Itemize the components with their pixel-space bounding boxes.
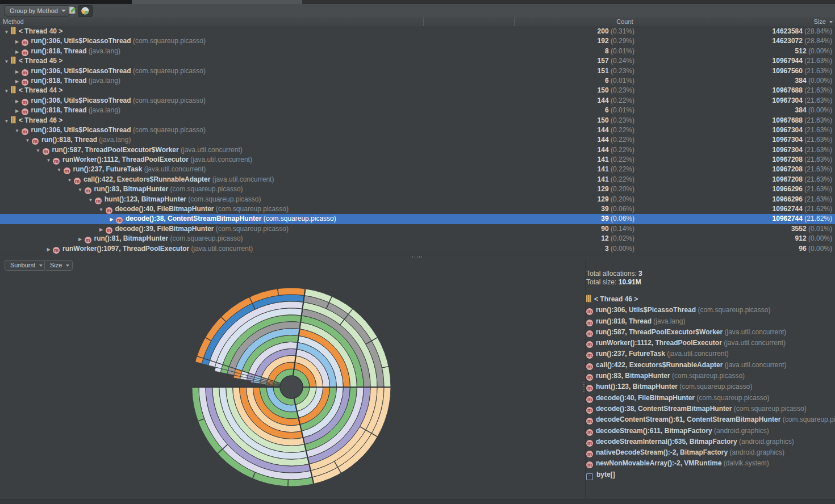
stack-frame[interactable]: mrunWorker():1112, ThreadPoolExecutor (j… — [586, 338, 835, 348]
table-row[interactable]: ▶mdecode():39, FileBitmapHunter (com.squ… — [0, 224, 835, 234]
table-row[interactable]: ▶mrunWorker():1097, ThreadPoolExecutor (… — [0, 244, 835, 254]
table-row[interactable]: ▼< Thread 40 >200 (0.31%)14623584 (28.84… — [0, 27, 835, 36]
count-cell: 129 (0.20%) — [598, 184, 634, 194]
stack-frame[interactable]: mdecodeContentStream():61, ContentStream… — [586, 414, 835, 425]
table-row[interactable]: ▶mrun():306, Utils$PicassoThread (com.sq… — [0, 96, 835, 106]
size-cell: 10967304 (21.63%) — [773, 96, 832, 106]
stack-frame[interactable]: mcall():422, Executors$RunnableAdapter (… — [586, 360, 835, 371]
stack-frame[interactable]: mrun():237, FutureTask (java.util.concur… — [586, 348, 835, 359]
method-cell: ▶mrun():818, Thread (java.lang) — [0, 47, 631, 56]
expand-toggle[interactable]: ▶ — [13, 37, 22, 46]
stack-frame[interactable]: mrun():587, ThreadPoolExecutor$Worker (j… — [586, 327, 835, 338]
size-cell: 10966296 (21.63%) — [773, 184, 832, 194]
table-row[interactable]: ▼< Thread 44 >150 (0.23%)10967688 (21.63… — [0, 86, 835, 95]
table-row[interactable]: ▶mrun():818, Thread (java.lang)6 (0.01%)… — [0, 76, 835, 86]
column-divider[interactable] — [514, 18, 515, 26]
stack-frame[interactable]: mdecodeStreamInternal():635, BitmapFacto… — [586, 436, 835, 447]
table-row[interactable]: ▼mrunWorker():1112, ThreadPoolExecutor (… — [0, 155, 835, 165]
expand-toggle[interactable]: ▶ — [107, 215, 116, 224]
table-row[interactable]: ▼mrun():306, Utils$PicassoThread (com.sq… — [0, 125, 835, 135]
table-header: Method Count Size — [0, 17, 835, 27]
column-divider[interactable] — [423, 18, 424, 26]
table-row[interactable]: ▶mrun():818, Thread (java.lang)8 (0.01%)… — [0, 47, 835, 56]
stack-frame[interactable]: mdecode():38, ContentStreamBitmapHunter … — [586, 404, 835, 414]
method-name: runWorker():1097, ThreadPoolExecutor — [62, 245, 189, 253]
table-row[interactable]: ▼mrun():818, Thread (java.lang)144 (0.22… — [0, 135, 835, 145]
expand-toggle[interactable]: ▶ — [76, 234, 85, 243]
expand-toggle[interactable]: ▼ — [2, 27, 11, 36]
expand-toggle[interactable]: ▼ — [34, 146, 43, 155]
sunburst-chart[interactable] — [0, 259, 585, 504]
column-header-method[interactable]: Method — [3, 17, 24, 27]
expand-toggle[interactable]: ▼ — [97, 205, 106, 214]
expand-toggle[interactable]: ▼ — [76, 185, 85, 194]
column-header-count[interactable]: Count — [423, 17, 826, 27]
group-by-dropdown[interactable]: Group by Method — [5, 5, 70, 16]
stack-frame[interactable]: mdecode():40, FileBitmapHunter (com.squa… — [586, 393, 835, 404]
stack-frame[interactable]: mdecodeStream():611, BitmapFactory (andr… — [586, 426, 835, 436]
table-row[interactable]: ▶mrun():81, BitmapHunter (com.squareup.p… — [0, 234, 835, 243]
package-name: (java.util.concurrent) — [142, 165, 206, 173]
expand-toggle[interactable]: ▼ — [86, 195, 95, 204]
expand-toggle[interactable]: ▶ — [13, 67, 22, 76]
edit-filter-button[interactable] — [65, 5, 79, 16]
size-cell: 10962744 (21.62%) — [773, 204, 832, 214]
expand-toggle[interactable]: ▼ — [44, 156, 53, 165]
stack-frame[interactable]: mhunt():123, BitmapHunter (com.squareup.… — [586, 381, 835, 392]
column-header-size[interactable]: Size — [814, 17, 826, 27]
expand-toggle[interactable]: ▶ — [13, 47, 22, 56]
method-cell: ▼mrun():587, ThreadPoolExecutor$Worker (… — [0, 145, 631, 155]
stack-frame[interactable]: mrun():83, BitmapHunter (com.squareup.pi… — [586, 371, 835, 381]
expand-toggle[interactable]: ▶ — [13, 96, 22, 106]
table-row[interactable]: ▶mdecode():38, ContentStreamBitmapHunter… — [0, 214, 835, 224]
method-name: < Thread 45 > — [19, 57, 62, 65]
expand-toggle[interactable]: ▶ — [44, 245, 53, 254]
vertical-splitter[interactable] — [585, 259, 586, 504]
package-name: (java.lang) — [87, 106, 120, 114]
stack-frame[interactable]: mrun():306, Utils$PicassoThread (com.squ… — [586, 305, 835, 316]
table-row[interactable]: ▶mrun():306, Utils$PicassoThread (com.sq… — [0, 36, 835, 46]
sort-descending-icon — [829, 21, 833, 23]
pie-chart-toggle-button[interactable] — [78, 5, 93, 17]
stack-frame[interactable]: mnewNonMovableArray():-2, VMRuntime (dal… — [586, 458, 835, 469]
expand-toggle[interactable]: ▼ — [65, 175, 74, 184]
method-icon: m — [22, 99, 28, 106]
table-row[interactable]: ▼mrun():83, BitmapHunter (com.squareup.p… — [0, 184, 835, 194]
table-row[interactable]: ▼mrun():237, FutureTask (java.util.concu… — [0, 165, 835, 174]
table-row[interactable]: ▶mrun():818, Thread (java.lang)6 (0.01%)… — [0, 106, 835, 115]
thread-icon — [11, 56, 16, 64]
stack-frame[interactable]: ::byte[] — [586, 469, 835, 480]
expand-toggle[interactable]: ▼ — [55, 165, 64, 174]
expand-toggle[interactable]: ▼ — [13, 126, 22, 135]
method-name: hunt():123, BitmapHunter — [105, 195, 186, 203]
table-row[interactable]: ▼mrun():587, ThreadPoolExecutor$Worker (… — [0, 145, 835, 155]
stack-frame[interactable]: mrun():818, Thread (java.lang) — [586, 316, 835, 327]
sunburst-sliver-segment[interactable] — [265, 384, 266, 385]
method-cell: ▼mhunt():123, BitmapHunter (com.squareup… — [0, 195, 631, 204]
expand-toggle[interactable]: ▼ — [23, 136, 32, 145]
count-cell: 150 (0.23%) — [598, 116, 634, 125]
expand-toggle[interactable]: ▼ — [2, 57, 11, 66]
table-row[interactable]: ▼< Thread 45 >157 (0.24%)10967944 (21.63… — [0, 56, 835, 66]
expand-toggle[interactable]: ▼ — [2, 86, 11, 95]
size-cell: 96 (0.00%) — [799, 244, 832, 254]
method-icon: m — [22, 79, 28, 86]
stack-frame[interactable]: < Thread 46 > — [586, 294, 835, 305]
sunburst-center[interactable] — [280, 376, 303, 398]
expand-toggle[interactable]: ▶ — [13, 106, 22, 115]
table-row[interactable]: ▼< Thread 46 >150 (0.23%)10967688 (21.63… — [0, 116, 835, 125]
splitter-grip-icon — [583, 381, 584, 392]
table-row[interactable]: ▼mdecode():40, FileBitmapHunter (com.squ… — [0, 204, 835, 214]
table-row[interactable]: ▼mcall():422, Executors$RunnableAdapter … — [0, 175, 835, 184]
expand-toggle[interactable]: ▼ — [2, 116, 11, 125]
sunburst-sliver-segment[interactable] — [250, 381, 253, 383]
stack-frame[interactable]: mnativeDecodeStream():-2, BitmapFactory … — [586, 447, 835, 458]
table-row[interactable]: ▼mhunt():123, BitmapHunter (com.squareup… — [0, 195, 835, 204]
size-cell: 10967208 (21.63%) — [773, 155, 832, 165]
table-row[interactable]: ▶mrun():306, Utils$PicassoThread (com.sq… — [0, 66, 835, 76]
window-bottom-edge — [0, 499, 835, 504]
count-cell: 141 (0.22%) — [598, 155, 634, 165]
expand-toggle[interactable]: ▶ — [13, 77, 22, 86]
method-name: run():818, Thread — [41, 136, 97, 144]
expand-toggle[interactable]: ▶ — [97, 225, 106, 234]
